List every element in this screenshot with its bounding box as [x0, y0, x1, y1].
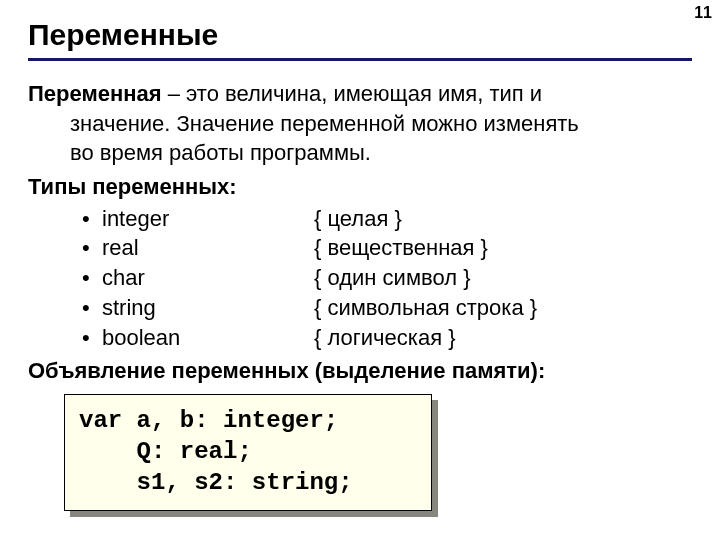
slide-body: Переменная – это величина, имеющая имя, … [28, 79, 692, 511]
definition-term: Переменная [28, 81, 162, 106]
type-desc: { целая } [314, 206, 402, 231]
code-box: var a, b: integer; Q: real; s1, s2: stri… [64, 394, 432, 512]
types-list: integer{ целая } real{ вещественная } ch… [28, 204, 692, 352]
type-name: real [102, 233, 314, 263]
page-number: 11 [694, 4, 712, 22]
title-rule [28, 58, 692, 61]
code-line: var a, b: integer; [79, 407, 338, 434]
slide-title: Переменные [28, 18, 692, 52]
definition-line2: значение. Значение переменной можно изме… [28, 109, 692, 139]
definition-line1: – это величина, имеющая имя, тип и [162, 81, 543, 106]
types-heading: Типы переменных: [28, 172, 692, 202]
list-item: string{ символьная строка } [82, 293, 692, 323]
list-item: integer{ целая } [82, 204, 692, 234]
list-item: char{ один символ } [82, 263, 692, 293]
declaration-heading: Объявление переменных (выделение памяти)… [28, 356, 692, 386]
code-line: Q: real; [79, 438, 252, 465]
type-desc: { один символ } [314, 265, 471, 290]
type-name: string [102, 293, 314, 323]
code-line: s1, s2: string; [79, 469, 353, 496]
type-name: integer [102, 204, 314, 234]
definition-line3: во время работы программы. [28, 138, 692, 168]
type-desc: { символьная строка } [314, 295, 537, 320]
type-name: boolean [102, 323, 314, 353]
type-name: char [102, 263, 314, 293]
slide: 11 Переменные Переменная – это величина,… [0, 0, 720, 540]
type-desc: { вещественная } [314, 235, 488, 260]
definition-paragraph: Переменная – это величина, имеющая имя, … [28, 79, 692, 168]
code-content: var a, b: integer; Q: real; s1, s2: stri… [64, 394, 432, 512]
list-item: boolean{ логическая } [82, 323, 692, 353]
list-item: real{ вещественная } [82, 233, 692, 263]
type-desc: { логическая } [314, 325, 456, 350]
